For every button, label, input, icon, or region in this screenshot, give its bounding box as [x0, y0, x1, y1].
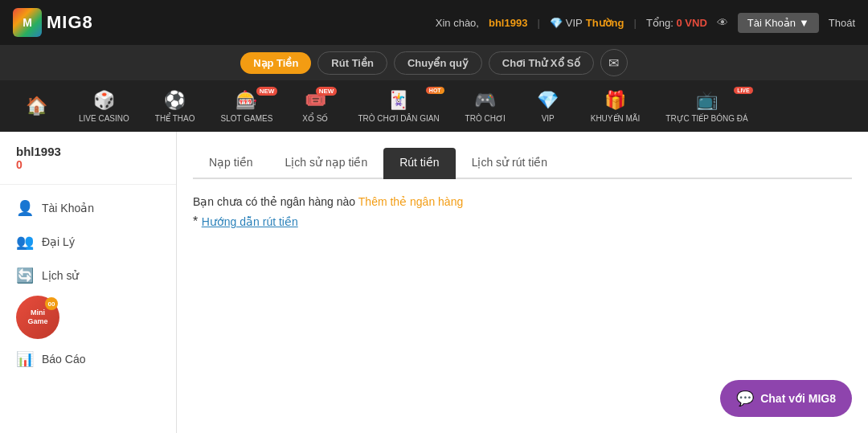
- guide-link[interactable]: Hướng dẫn rút tiền: [202, 215, 298, 228]
- sidebar-balance: 0: [16, 158, 160, 171]
- eye-icon[interactable]: 👁: [717, 16, 728, 29]
- thoat-button[interactable]: Thoát: [829, 17, 855, 29]
- account-icon: 👤: [16, 199, 34, 217]
- tabs: Nạp tiền Lịch sử nạp tiền Rút tiền Lịch …: [193, 148, 852, 179]
- tro-choi-dan-gian-icon: 🃏: [387, 90, 409, 111]
- add-bank-link[interactable]: Thêm thẻ ngân hàng: [358, 195, 463, 208]
- sidebar-bao-cao-label: Báo Cáo: [42, 353, 85, 366]
- sidebar-item-bao-cao[interactable]: 📊 Báo Cáo: [0, 342, 176, 376]
- sidebar-user: bhl1993 0: [0, 145, 176, 185]
- truc-tiep-badge: LIVE: [734, 87, 753, 94]
- logo: M MIG8: [13, 8, 93, 37]
- truc-tiep-icon: 📺: [696, 90, 718, 111]
- sidebar-tai-khoan-label: Tài Khoản: [42, 202, 94, 214]
- dai-ly-icon: 👥: [16, 233, 34, 251]
- nav-the-thao-label: THỂ THAO: [155, 114, 195, 123]
- nav-live-casino-label: LIVE CASINO: [79, 114, 129, 123]
- vip-label: VIP: [566, 17, 583, 29]
- no-bank-message: Bạn chưa có thẻ ngân hàng nào Thêm thẻ n…: [193, 195, 852, 208]
- balance-amount: 0 VND: [677, 17, 707, 29]
- vip-icon: 💎: [537, 90, 559, 111]
- sidebar-lich-su-label: Lịch sử: [42, 269, 79, 282]
- nav-slot-games[interactable]: NEW 🎰 SLOT GAMES: [210, 85, 285, 128]
- action-bar: Nạp Tiền Rút Tiền Chuyển quỹ Chơi Thử Xổ…: [0, 45, 868, 80]
- nav-xo-so-label: XỔ SỐ: [302, 114, 328, 123]
- header-right: Xin chào, bhl1993 | 💎 VIP Thường | Tổng:…: [436, 13, 855, 33]
- xo-so-badge: NEW: [316, 87, 338, 96]
- sidebar-item-tai-khoan[interactable]: 👤 Tài Khoản: [0, 191, 176, 225]
- nav-tro-choi[interactable]: 🎮 TRÒ CHƠI: [454, 85, 517, 128]
- vip-badge: 💎 VIP Thường: [550, 17, 624, 29]
- tai-khoan-button[interactable]: Tài Khoản ▼: [738, 13, 819, 33]
- chat-button[interactable]: 💬 Chat với MIG8: [720, 380, 852, 417]
- mini-game-label: MiniGame: [27, 308, 47, 326]
- lich-su-icon: 🔄: [16, 267, 34, 284]
- greeting-text: Xin chào,: [436, 17, 479, 29]
- chuyen-quy-button[interactable]: Chuyển quỹ: [394, 51, 482, 75]
- tab-rut-tien[interactable]: Rút tiền: [383, 148, 455, 179]
- tro-choi-icon: 🎮: [474, 90, 496, 111]
- nav-the-thao[interactable]: ⚽ THỂ THAO: [144, 85, 207, 128]
- sidebar: bhl1993 0 👤 Tài Khoản 👥 Đại Lý 🔄 Lịch sử…: [0, 132, 177, 433]
- sidebar-item-lich-su[interactable]: 🔄 Lịch sử: [0, 259, 176, 292]
- choi-thu-button[interactable]: Chơi Thử Xổ Số: [489, 51, 594, 75]
- logo-text: MIG8: [47, 12, 93, 33]
- chat-icon: 💬: [736, 390, 754, 407]
- nav-bar: 🏠 🎲 LIVE CASINO ⚽ THỂ THAO NEW 🎰 SLOT GA…: [0, 80, 868, 132]
- sidebar-mini-game[interactable]: 00 MiniGame: [0, 292, 176, 342]
- nav-xo-so[interactable]: NEW 🎟️ XỔ SỐ: [287, 85, 343, 128]
- nav-tro-choi-dan-gian-label: TRÒ CHƠI DÂN GIAN: [358, 114, 439, 123]
- slot-games-badge: NEW: [256, 87, 278, 96]
- guide-line: * Hướng dẫn rút tiền: [193, 214, 852, 229]
- nav-live-casino[interactable]: 🎲 LIVE CASINO: [68, 85, 141, 128]
- balance-label: Tổng: 0 VND: [646, 17, 707, 29]
- chevron-down-icon: ▼: [799, 17, 809, 29]
- sidebar-item-dai-ly[interactable]: 👥 Đại Lý: [0, 225, 176, 259]
- nav-tro-choi-label: TRÒ CHƠI: [465, 114, 506, 123]
- logo-icon: M: [13, 8, 42, 37]
- tab-nap-tien[interactable]: Nạp tiền: [193, 148, 269, 179]
- tro-choi-dan-gian-badge: HOT: [426, 87, 444, 94]
- nav-truc-tiep[interactable]: LIVE 📺 TRỰC TIẾP BÓNG ĐÁ: [654, 85, 759, 128]
- nav-khuyen-mai-label: KHUYẾN MÃI: [591, 114, 641, 123]
- header-username: bhl1993: [489, 17, 527, 29]
- the-thao-icon: ⚽: [164, 90, 186, 111]
- mini-game-badge[interactable]: 00 MiniGame: [16, 296, 59, 339]
- home-icon: 🏠: [26, 96, 47, 116]
- asterisk: *: [193, 214, 198, 228]
- mail-button[interactable]: ✉: [600, 49, 628, 76]
- sidebar-username: bhl1993: [16, 145, 160, 158]
- diamond-icon: 💎: [550, 17, 563, 29]
- sidebar-dai-ly-label: Đại Lý: [42, 235, 75, 248]
- live-casino-icon: 🎲: [93, 90, 115, 111]
- bao-cao-icon: 📊: [16, 350, 34, 368]
- header: M MIG8 Xin chào, bhl1993 | 💎 VIP Thường …: [0, 0, 868, 45]
- rut-tien-button[interactable]: Rút Tiền: [317, 51, 387, 75]
- nav-slot-games-label: SLOT GAMES: [221, 114, 273, 123]
- vip-tier: Thường: [586, 17, 624, 29]
- slot-games-icon: 🎰: [235, 90, 257, 111]
- nav-truc-tiep-label: TRỰC TIẾP BÓNG ĐÁ: [665, 114, 747, 123]
- nav-home[interactable]: 🏠: [8, 91, 64, 121]
- khuyen-mai-icon: 🎁: [604, 90, 626, 111]
- chat-label: Chat với MIG8: [760, 392, 836, 405]
- mini-game-count: 00: [45, 297, 58, 310]
- tab-lich-su-rut[interactable]: Lịch sử rút tiền: [456, 148, 563, 179]
- nav-vip[interactable]: 💎 VIP: [520, 85, 576, 128]
- tab-lich-su-nap[interactable]: Lịch sử nạp tiền: [269, 148, 384, 179]
- nav-vip-label: VIP: [542, 114, 555, 123]
- nav-khuyen-mai[interactable]: 🎁 KHUYẾN MÃI: [579, 85, 652, 128]
- nav-tro-choi-dan-gian[interactable]: HOT 🃏 TRÒ CHƠI DÂN GIAN: [346, 85, 450, 128]
- nap-tien-button[interactable]: Nạp Tiền: [240, 52, 311, 74]
